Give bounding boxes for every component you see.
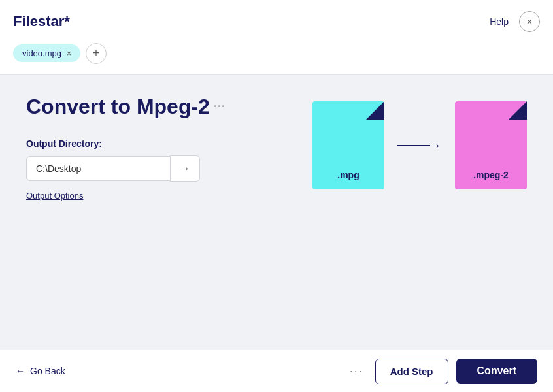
tabs-row: video.mpg × + bbox=[13, 43, 540, 69]
add-tab-button[interactable]: + bbox=[86, 43, 107, 64]
source-file-card: .mpg bbox=[312, 101, 384, 189]
more-options-button[interactable]: ··· bbox=[346, 361, 367, 382]
source-file-corner bbox=[366, 101, 384, 120]
header-right: Help × bbox=[490, 11, 540, 32]
go-back-arrow-icon: ← bbox=[16, 366, 25, 376]
go-back-button[interactable]: ← Go Back bbox=[16, 366, 65, 376]
file-tab-label: video.mpg bbox=[22, 48, 61, 58]
conversion-illustration: .mpg → .mpeg-2 bbox=[312, 101, 527, 189]
main-content: Convert to Mpeg-2 ··· Output Directory: … bbox=[0, 75, 553, 350]
close-button[interactable]: × bbox=[519, 11, 540, 32]
convert-button[interactable]: Convert bbox=[456, 359, 537, 384]
header-top: Filestar* Help × bbox=[13, 6, 540, 32]
directory-row: → bbox=[26, 155, 286, 182]
directory-input[interactable] bbox=[26, 156, 170, 181]
ellipsis-icon: ··· bbox=[214, 100, 226, 114]
output-options-link[interactable]: Output Options bbox=[26, 191, 83, 201]
add-step-button[interactable]: Add Step bbox=[375, 359, 448, 384]
left-panel: Convert to Mpeg-2 ··· Output Directory: … bbox=[26, 95, 286, 201]
target-file-card: .mpeg-2 bbox=[455, 101, 527, 189]
file-tab[interactable]: video.mpg × bbox=[13, 44, 80, 62]
arrow-head-icon: → bbox=[427, 137, 442, 154]
directory-arrow-button[interactable]: → bbox=[170, 155, 200, 182]
help-link[interactable]: Help bbox=[490, 16, 509, 27]
arrow-line: → bbox=[397, 137, 442, 154]
file-tab-close[interactable]: × bbox=[67, 49, 71, 58]
target-file-corner bbox=[509, 101, 527, 120]
page-title: Convert to Mpeg-2 ··· bbox=[26, 95, 286, 119]
page-title-text: Convert to Mpeg-2 bbox=[26, 95, 210, 119]
conversion-arrow: → bbox=[397, 137, 442, 154]
footer-right: ··· Add Step Convert bbox=[346, 359, 537, 384]
target-ext: .mpeg-2 bbox=[473, 170, 509, 180]
output-directory-label: Output Directory: bbox=[26, 139, 286, 149]
arrow-shaft bbox=[397, 145, 430, 146]
source-ext: .mpg bbox=[337, 170, 359, 180]
go-back-label: Go Back bbox=[30, 366, 65, 376]
app-title: Filestar* bbox=[13, 13, 70, 30]
header: Filestar* Help × video.mpg × + bbox=[0, 0, 553, 75]
footer: ← Go Back ··· Add Step Convert bbox=[0, 350, 553, 392]
